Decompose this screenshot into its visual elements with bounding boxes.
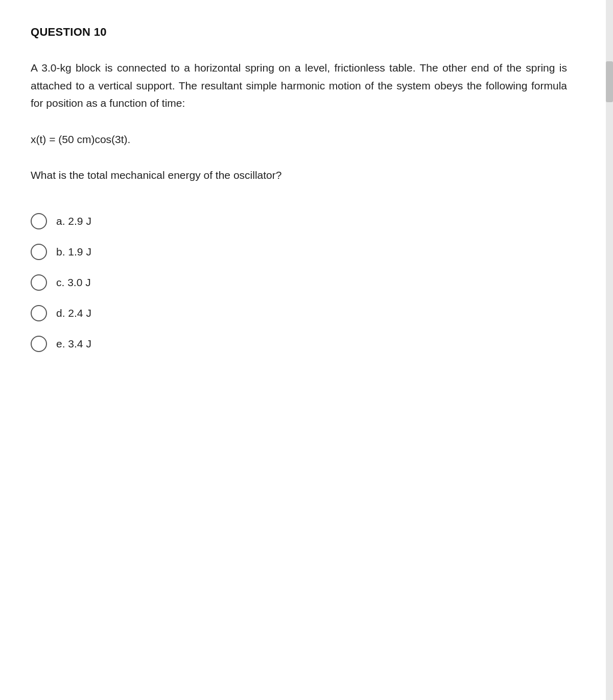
radio-d[interactable] [31, 305, 47, 321]
option-label-b: b. 1.9 J [56, 244, 91, 259]
option-item-e[interactable]: e. 3.4 J [31, 329, 582, 359]
option-item-a[interactable]: a. 2.9 J [31, 206, 582, 237]
option-item-b[interactable]: b. 1.9 J [31, 237, 582, 267]
options-list: a. 2.9 Jb. 1.9 Jc. 3.0 Jd. 2.4 Je. 3.4 J [31, 206, 582, 359]
scrollbar-thumb[interactable] [606, 61, 613, 102]
question-prompt: What is the total mechanical energy of t… [31, 167, 582, 184]
radio-e[interactable] [31, 336, 47, 352]
formula: x(t) = (50 cm)cos(3t). [31, 131, 582, 148]
scrollbar-track[interactable] [606, 0, 613, 700]
question-body: A 3.0-kg block is connected to a horizon… [31, 59, 567, 112]
option-label-c: c. 3.0 J [56, 275, 91, 290]
option-label-d: d. 2.4 J [56, 306, 91, 320]
question-header: QUESTION 10 [31, 26, 582, 39]
radio-b[interactable] [31, 244, 47, 260]
radio-a[interactable] [31, 213, 47, 229]
page-container: QUESTION 10 A 3.0-kg block is connected … [0, 0, 613, 700]
option-item-d[interactable]: d. 2.4 J [31, 298, 582, 329]
option-label-a: a. 2.9 J [56, 214, 91, 228]
option-label-e: e. 3.4 J [56, 336, 91, 351]
option-item-c[interactable]: c. 3.0 J [31, 267, 582, 298]
radio-c[interactable] [31, 274, 47, 291]
